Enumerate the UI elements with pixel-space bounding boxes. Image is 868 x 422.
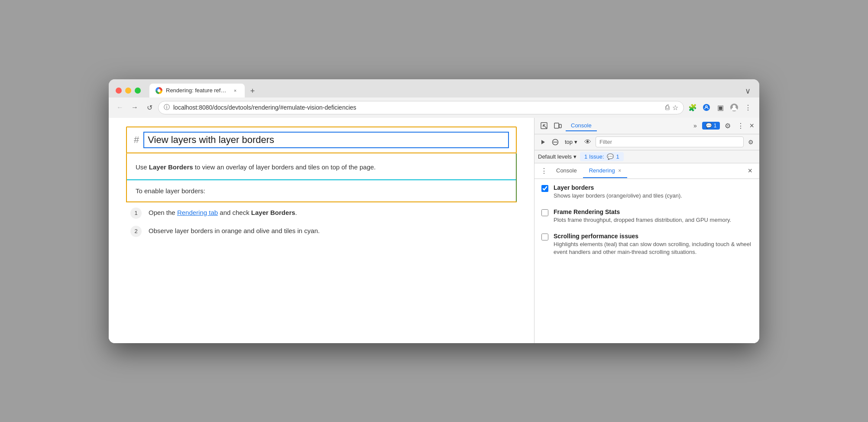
levels-text: Default levels — [538, 153, 572, 160]
page-heading: View layers with layer borders — [143, 132, 509, 148]
rendering-option-scrolling: Scrolling performance issues Highlights … — [541, 233, 752, 256]
more-tabs-button[interactable]: » — [690, 120, 700, 131]
devtools-close-button[interactable]: × — [748, 120, 756, 132]
list-num-1: 1 — [130, 208, 142, 219]
devtools-toolbar-1: Console » 💬 1 ⚙ ⋮ × — [534, 118, 759, 134]
clear-button[interactable] — [550, 137, 560, 147]
frame-stats-desc: Plots frame throughput, dropped frames d… — [554, 216, 752, 224]
svg-marker-6 — [541, 140, 545, 144]
panel-kebab-menu[interactable]: ⋮ — [538, 163, 550, 179]
layer-borders-content: Layer borders Shows layer borders (orang… — [554, 184, 752, 200]
devtools-toolbar-2: top ▾ 👁 ⚙ — [534, 134, 759, 150]
eye-button[interactable]: 👁 — [582, 136, 594, 148]
address-bar[interactable]: ⓘ localhost:8080/docs/devtools/rendering… — [158, 101, 684, 114]
list-num-2: 2 — [130, 226, 142, 237]
reload-button[interactable]: ↺ — [143, 101, 155, 114]
numbered-list: 1 Open the Rendering tab and check Layer… — [126, 208, 517, 237]
filter-input[interactable] — [596, 136, 744, 147]
info-icon: ⓘ — [164, 104, 170, 111]
frame-rendering-stats-checkbox[interactable] — [541, 209, 548, 216]
scrolling-desc: Highlights elements (teal) that can slow… — [554, 240, 752, 256]
nav-bar: ← → ↺ ⓘ localhost:8080/docs/devtools/ren… — [109, 97, 759, 118]
frame-stats-content: Frame Rendering Stats Plots frame throug… — [554, 208, 752, 224]
rendering-options-panel: Layer borders Shows layer borders (orang… — [534, 179, 759, 343]
notification-badge[interactable]: 💬 1 — [702, 122, 720, 130]
context-chevron: ▾ — [574, 139, 577, 145]
tab-favicon — [155, 87, 162, 94]
issue-notification-icon: 💬 — [607, 153, 614, 160]
para1-container: Use Layer Borders to view an overlay of … — [127, 153, 516, 179]
active-tab[interactable]: Rendering: feature reference - × — [149, 84, 245, 97]
tab-close-button[interactable]: × — [232, 87, 239, 94]
page-inner: # View layers with layer borders Use Lay… — [109, 118, 534, 253]
main-area: # View layers with layer borders Use Lay… — [109, 118, 759, 343]
context-text: top — [565, 139, 573, 145]
rendering-panel-tab[interactable]: Rendering × — [583, 164, 628, 178]
run-button[interactable] — [538, 137, 548, 147]
content-section-2: To enable layer borders: — [127, 180, 516, 201]
list-item-2: 2 Observe layer borders in orange and ol… — [130, 226, 512, 237]
notification-count: 1 — [714, 123, 717, 129]
title-bar: Rendering: feature reference - × + ∨ — [109, 79, 759, 97]
tab-title: Rendering: feature reference - — [166, 87, 228, 94]
traffic-lights — [116, 88, 141, 94]
enable-text: To enable layer borders: — [136, 187, 507, 195]
scrolling-title: Scrolling performance issues — [554, 233, 752, 240]
extensions-button[interactable]: 🧩 — [687, 101, 699, 114]
heading-hash: # — [134, 134, 139, 146]
tab-bar: Rendering: feature reference - × + ∨ — [149, 84, 752, 97]
console-tab-button[interactable]: Console — [566, 120, 597, 131]
minimize-button[interactable] — [125, 88, 131, 94]
levels-chevron: ▾ — [573, 153, 577, 160]
panel-close-button[interactable]: × — [744, 165, 756, 177]
notification-icon: 💬 — [706, 123, 712, 129]
scrolling-content: Scrolling performance issues Highlights … — [554, 233, 752, 256]
rendering-option-layer-borders: Layer borders Shows layer borders (orang… — [541, 184, 752, 200]
devtools-main-tabs: Console — [566, 120, 688, 131]
page-content: # View layers with layer borders Use Lay… — [109, 118, 534, 343]
browser-window: Rendering: feature reference - × + ∨ ← →… — [109, 79, 759, 343]
back-button[interactable]: ← — [114, 101, 126, 114]
log-levels-selector[interactable]: Default levels ▾ — [538, 153, 577, 160]
content-para1: Use Layer Borders to view an overlay of … — [136, 162, 507, 172]
issue-label: 1 Issue: — [584, 153, 604, 160]
device-toggle-button[interactable] — [552, 120, 564, 132]
window-chevron[interactable]: ∨ — [743, 84, 752, 97]
inspect-element-button[interactable] — [538, 120, 550, 132]
green-border — [516, 153, 517, 201]
issue-badge[interactable]: 1 Issue: 💬 1 — [580, 152, 624, 161]
bookmark-icon[interactable]: ☆ — [672, 104, 678, 112]
layer-borders-desc: Shows layer borders (orange/olive) and t… — [554, 192, 752, 200]
side-panel-button[interactable]: ▣ — [714, 101, 726, 114]
page-heading-box: # View layers with layer borders — [126, 127, 517, 153]
profile-extension-button[interactable] — [700, 101, 713, 114]
content-section-1: Use Layer Borders to view an overlay of … — [126, 153, 517, 202]
list-item-1-text: Open the Rendering tab and check Layer B… — [149, 208, 297, 216]
rendering-tab-close[interactable]: × — [618, 168, 621, 174]
layer-borders-checkbox[interactable] — [541, 185, 548, 192]
layer-borders-title: Layer borders — [554, 184, 752, 191]
svg-rect-4 — [554, 123, 559, 128]
address-actions: ⎙ ☆ — [665, 104, 678, 112]
profile-button[interactable] — [728, 101, 740, 114]
scrolling-performance-checkbox[interactable] — [541, 234, 548, 240]
rendering-option-frame-stats: Frame Rendering Stats Plots frame throug… — [541, 208, 752, 224]
close-button[interactable] — [116, 88, 122, 94]
filter-settings-button[interactable]: ⚙ — [745, 137, 756, 147]
address-text: localhost:8080/docs/devtools/rendering/#… — [173, 104, 662, 111]
frame-stats-title: Frame Rendering Stats — [554, 208, 752, 215]
devtools-kebab-menu[interactable]: ⋮ — [735, 120, 746, 132]
issue-count: 1 — [616, 153, 619, 160]
console-panel-tab[interactable]: Console — [550, 164, 583, 178]
devtools-toolbar-3: Default levels ▾ 1 Issue: 💬 1 — [534, 150, 759, 163]
context-selector[interactable]: top ▾ — [562, 138, 580, 146]
menu-button[interactable]: ⋮ — [742, 101, 754, 114]
forward-button[interactable]: → — [129, 101, 141, 114]
devtools-panel-tabs: ⋮ Console Rendering × × — [534, 163, 759, 179]
maximize-button[interactable] — [135, 88, 141, 94]
devtools-settings-button[interactable]: ⚙ — [722, 120, 734, 132]
share-icon[interactable]: ⎙ — [665, 104, 670, 111]
rendering-tab-link[interactable]: Rendering tab — [177, 209, 218, 216]
new-tab-button[interactable]: + — [246, 85, 259, 97]
list-item-2-text: Observe layer borders in orange and oliv… — [149, 226, 320, 234]
